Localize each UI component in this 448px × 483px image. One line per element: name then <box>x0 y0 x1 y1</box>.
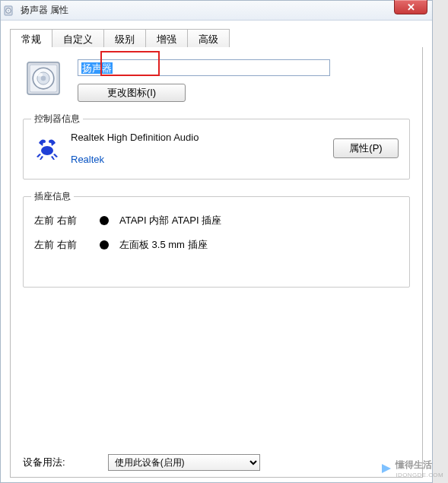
jack-color-dot <box>100 216 109 225</box>
jack-color-dot <box>100 240 109 249</box>
device-header: 扬声器 更改图标(I) <box>23 58 410 102</box>
client-area: 常规 自定义 级别 增强 高级 <box>1 21 432 482</box>
window-title: 扬声器 属性 <box>21 4 68 17</box>
window-icon <box>4 5 16 17</box>
controller-vendor-link[interactable]: Realtek <box>71 154 322 165</box>
controller-name: Realtek High Definition Audio <box>71 132 322 143</box>
tab-levels[interactable]: 级别 <box>103 29 146 48</box>
titlebar[interactable]: 扬声器 属性 ✕ <box>1 1 432 21</box>
device-name-text: 扬声器 <box>81 62 113 74</box>
svg-marker-12 <box>382 464 391 473</box>
tab-advanced[interactable]: 高级 <box>187 29 230 48</box>
device-name-input[interactable]: 扬声器 <box>78 59 330 76</box>
jack-description: 左面板 3.5 mm 插座 <box>119 238 208 252</box>
device-usage-row: 设备用法: 使用此设备(启用) <box>23 454 260 471</box>
jack-info-group: 插座信息 左前 右前 ATAPI 内部 ATAPI 插座 左前 右前 左面板 3… <box>23 196 410 288</box>
speaker-properties-window: 扬声器 属性 ✕ 常规 自定义 级别 增强 高级 <box>0 0 433 483</box>
watermark: 懂得生活 IDONGDE.COM <box>380 459 443 478</box>
jack-row: 左前 右前 ATAPI 内部 ATAPI 插座 <box>34 214 399 227</box>
device-usage-select[interactable]: 使用此设备(启用) <box>108 454 260 471</box>
realtek-crab-icon <box>34 135 60 161</box>
jack-legend: 插座信息 <box>31 190 74 203</box>
watermark-text: 懂得生活 <box>396 459 443 472</box>
jack-location: 左前 右前 <box>34 238 89 252</box>
svg-point-7 <box>41 76 46 81</box>
controller-properties-button[interactable]: 属性(P) <box>333 138 399 158</box>
speaker-icon <box>23 58 64 99</box>
device-usage-label: 设备用法: <box>23 456 65 469</box>
jack-description: ATAPI 内部 ATAPI 插座 <box>119 214 221 227</box>
close-button[interactable]: ✕ <box>394 0 427 14</box>
tab-custom[interactable]: 自定义 <box>52 29 104 48</box>
watermark-url: IDONGDE.COM <box>396 472 443 478</box>
tab-general[interactable]: 常规 <box>10 29 52 48</box>
controller-legend: 控制器信息 <box>31 113 83 126</box>
jack-row: 左前 右前 左面板 3.5 mm 插座 <box>34 238 399 252</box>
svg-point-8 <box>37 73 43 77</box>
close-icon: ✕ <box>407 2 415 12</box>
watermark-icon <box>380 462 392 475</box>
change-icon-button[interactable]: 更改图标(I) <box>78 84 186 102</box>
jack-location: 左前 右前 <box>34 214 89 227</box>
svg-point-10 <box>43 140 46 143</box>
svg-point-11 <box>49 140 52 143</box>
controller-info-group: 控制器信息 <box>23 119 410 180</box>
tab-enhancements[interactable]: 增强 <box>145 29 188 48</box>
svg-point-2 <box>8 9 9 11</box>
tab-strip: 常规 自定义 级别 增强 高级 <box>10 28 423 48</box>
svg-point-9 <box>41 146 53 155</box>
tab-page-general: 扬声器 更改图标(I) 控制器信息 <box>10 47 423 478</box>
